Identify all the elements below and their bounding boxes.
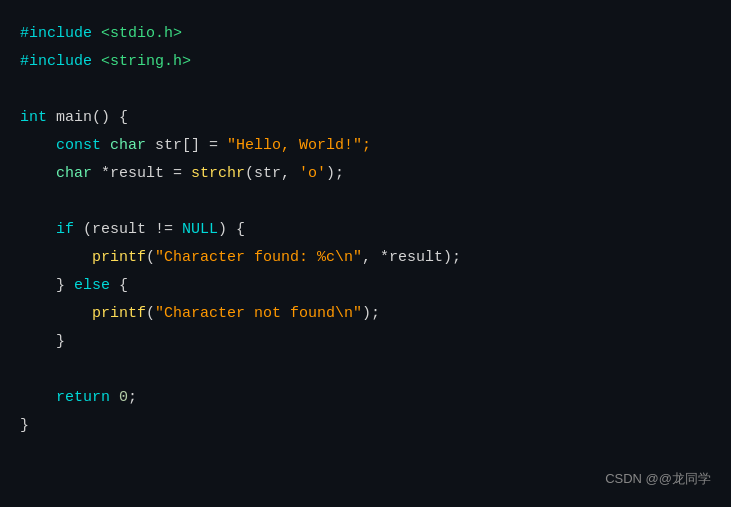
code-token: ); bbox=[362, 300, 380, 328]
code-token: *result = bbox=[92, 160, 191, 188]
code-line: } else { bbox=[20, 272, 711, 300]
code-line bbox=[20, 356, 711, 384]
code-token: } bbox=[20, 412, 29, 440]
code-token: (result bbox=[74, 216, 155, 244]
code-token: str[] = bbox=[146, 132, 227, 160]
code-token: ) { bbox=[218, 216, 245, 244]
code-token: } bbox=[20, 272, 74, 300]
code-token bbox=[101, 132, 110, 160]
code-token: (str, bbox=[245, 160, 299, 188]
code-token bbox=[20, 244, 92, 272]
code-token: { bbox=[110, 104, 128, 132]
code-token: main bbox=[47, 104, 92, 132]
code-token: , *result); bbox=[362, 244, 461, 272]
code-line: } bbox=[20, 412, 711, 440]
code-line: return 0; bbox=[20, 384, 711, 412]
code-line: #include <string.h> bbox=[20, 48, 711, 76]
code-token: 'o' bbox=[299, 160, 326, 188]
code-line: } bbox=[20, 328, 711, 356]
code-line: printf("Character found: %c\n", *result)… bbox=[20, 244, 711, 272]
code-token: printf bbox=[92, 244, 146, 272]
code-token: else bbox=[74, 272, 110, 300]
code-token bbox=[20, 160, 56, 188]
code-token: 0 bbox=[119, 384, 128, 412]
code-editor: #include <stdio.h>#include <string.h> in… bbox=[0, 0, 731, 507]
code-line: printf("Character not found\n"); bbox=[20, 300, 711, 328]
code-token: <stdio.h> bbox=[101, 20, 182, 48]
code-token: printf bbox=[92, 300, 146, 328]
code-token bbox=[173, 216, 182, 244]
code-token: NULL bbox=[182, 216, 218, 244]
code-token: { bbox=[110, 272, 128, 300]
code-token: if bbox=[56, 216, 74, 244]
code-line bbox=[20, 188, 711, 216]
code-line: int main() { bbox=[20, 104, 711, 132]
code-token: char bbox=[110, 132, 146, 160]
code-token: ( bbox=[146, 300, 155, 328]
code-token: return bbox=[56, 384, 110, 412]
code-line: #include <stdio.h> bbox=[20, 20, 711, 48]
code-line: const char str[] = "Hello, World!"; bbox=[20, 132, 711, 160]
code-token: != bbox=[155, 216, 173, 244]
code-token: #include bbox=[20, 20, 101, 48]
code-token: ; bbox=[128, 384, 137, 412]
code-token bbox=[20, 300, 92, 328]
code-token bbox=[20, 132, 56, 160]
code-line bbox=[20, 76, 711, 104]
watermark: CSDN @@龙同学 bbox=[605, 465, 711, 493]
code-token bbox=[20, 216, 56, 244]
code-token: char bbox=[56, 160, 92, 188]
code-token: () bbox=[92, 104, 110, 132]
code-line: char *result = strchr(str, 'o'); bbox=[20, 160, 711, 188]
code-token: "Hello, World!"; bbox=[227, 132, 371, 160]
code-token: "Character found: %c\n" bbox=[155, 244, 362, 272]
code-token: ( bbox=[146, 244, 155, 272]
code-token: const bbox=[56, 132, 101, 160]
code-line: if (result != NULL) { bbox=[20, 216, 711, 244]
code-token: int bbox=[20, 104, 47, 132]
code-token: #include bbox=[20, 48, 101, 76]
code-token: strchr bbox=[191, 160, 245, 188]
code-token: ); bbox=[326, 160, 344, 188]
code-token: } bbox=[20, 328, 65, 356]
code-token bbox=[20, 384, 56, 412]
code-token bbox=[110, 384, 119, 412]
code-token: <string.h> bbox=[101, 48, 191, 76]
code-token: "Character not found\n" bbox=[155, 300, 362, 328]
